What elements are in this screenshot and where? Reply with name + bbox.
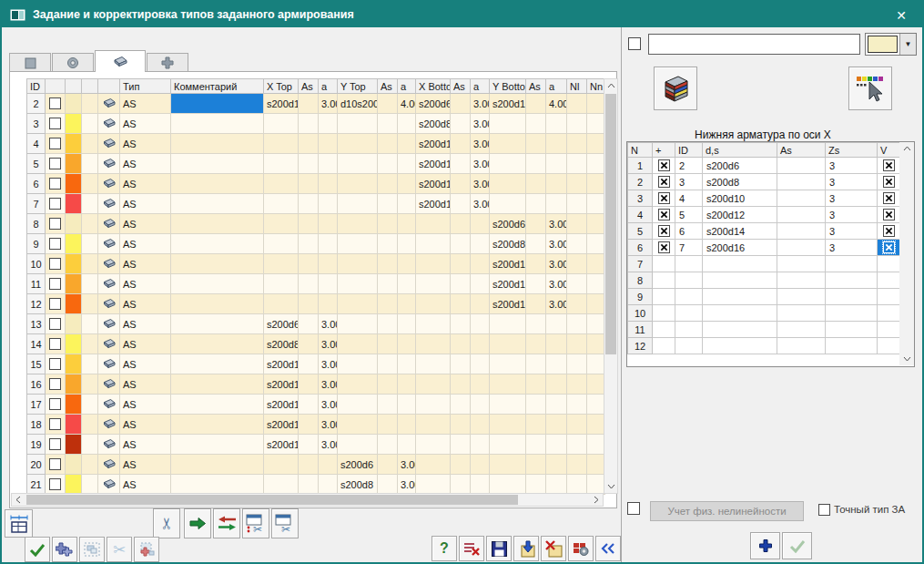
collapse-button[interactable] (595, 536, 621, 561)
row-type-cell[interactable]: AS (120, 475, 171, 495)
as-cell[interactable] (777, 272, 826, 289)
row-type-cell[interactable]: AS (120, 374, 171, 395)
nn-cell[interactable] (587, 134, 605, 154)
comment-cell[interactable] (171, 395, 264, 415)
nl-cell[interactable] (567, 314, 587, 334)
row-type-cell[interactable]: AS (120, 334, 171, 354)
comment-cell[interactable] (171, 334, 264, 354)
row-select-cell[interactable] (46, 374, 66, 395)
x-bottom-cell[interactable] (416, 374, 451, 395)
nn-cell[interactable] (587, 94, 605, 114)
x-bottom-a-cell[interactable] (471, 395, 490, 415)
x-bottom-cell[interactable]: s200d14 (416, 174, 451, 194)
scroll-up-icon[interactable] (604, 79, 617, 92)
y-bottom-as-cell[interactable] (526, 154, 546, 174)
y-bottom-cell[interactable] (490, 174, 526, 194)
checkbox-checked[interactable] (883, 159, 895, 171)
y-top-a-cell[interactable] (398, 274, 416, 294)
x-top-cell[interactable] (264, 254, 299, 274)
zs-cell[interactable] (826, 338, 878, 354)
y-bottom-cell[interactable] (490, 455, 526, 475)
comment-cell[interactable] (171, 194, 264, 214)
row-select-cell[interactable] (46, 314, 66, 334)
comment-cell[interactable] (171, 455, 264, 475)
x-top-as-cell[interactable] (299, 234, 319, 254)
nl-cell[interactable] (567, 435, 587, 455)
y-top-cell[interactable] (338, 194, 378, 214)
checkbox[interactable] (49, 218, 61, 230)
y-top-as-cell[interactable] (378, 374, 398, 395)
y-top-a-cell[interactable] (398, 174, 416, 194)
x-top-cell[interactable]: s200d12 (264, 374, 299, 395)
comment-cell[interactable] (171, 294, 264, 314)
checkbox[interactable] (49, 418, 61, 430)
nn-cell[interactable] (587, 415, 605, 435)
plus-checkbox-cell[interactable] (653, 338, 675, 354)
ds-cell[interactable] (703, 338, 777, 354)
y-top-a-cell[interactable] (398, 354, 416, 374)
as-cell[interactable] (777, 338, 826, 354)
nl-cell[interactable] (567, 294, 587, 314)
row-type-cell[interactable]: AS (120, 114, 171, 134)
row-type-cell[interactable]: AS (120, 194, 171, 214)
y-top-a-cell[interactable] (398, 374, 416, 395)
nl-cell[interactable] (567, 274, 587, 294)
nl-cell[interactable] (567, 114, 587, 134)
y-bottom-a-cell[interactable] (546, 475, 567, 495)
nl-cell[interactable] (567, 475, 587, 495)
x-top-a-cell[interactable]: 3.00 (319, 415, 338, 435)
y-top-a-cell[interactable] (398, 314, 416, 334)
nl-cell[interactable] (567, 234, 587, 254)
ds-cell[interactable]: s200d16 (703, 240, 777, 256)
x-bottom-as-cell[interactable] (451, 154, 471, 174)
x-top-cell[interactable] (264, 294, 299, 314)
y-top-as-cell[interactable] (378, 214, 398, 234)
row-select-cell[interactable] (46, 395, 66, 415)
checkbox-checked[interactable] (883, 192, 895, 204)
x-top-as-cell[interactable] (299, 374, 319, 395)
scroll-down-icon[interactable] (899, 353, 914, 365)
row-select-cell[interactable] (46, 194, 66, 214)
y-top-cell[interactable] (338, 214, 378, 234)
column-header[interactable]: Y Top (338, 79, 378, 94)
v-checkbox-cell[interactable] (878, 322, 900, 338)
row-select-cell[interactable] (46, 154, 66, 174)
x-bottom-cell[interactable] (416, 314, 451, 334)
x-bottom-cell[interactable] (416, 254, 451, 274)
x-bottom-cell[interactable] (416, 395, 451, 415)
id-cell[interactable] (675, 305, 703, 322)
row-type-cell[interactable]: AS (120, 415, 171, 435)
column-header[interactable]: d,s (703, 143, 777, 158)
y-top-cell[interactable] (338, 294, 378, 314)
x-bottom-cell[interactable]: s200d16 (416, 194, 451, 214)
x-top-as-cell[interactable] (299, 194, 319, 214)
x-bottom-as-cell[interactable] (451, 455, 471, 475)
column-header[interactable]: As (526, 79, 546, 94)
y-bottom-cell[interactable]: s200d6 (490, 214, 526, 234)
x-bottom-a-cell[interactable] (471, 314, 490, 334)
reinforcement-layers-button[interactable] (654, 67, 697, 110)
x-bottom-a-cell[interactable]: 3.00 (471, 194, 490, 214)
name-input[interactable] (648, 34, 860, 55)
y-top-cell[interactable]: s200d8 (338, 475, 378, 495)
move-right-button[interactable] (184, 508, 211, 538)
y-bottom-as-cell[interactable] (526, 475, 546, 495)
x-top-cell[interactable] (264, 134, 299, 154)
y-top-cell[interactable] (338, 114, 378, 134)
plus-checkbox-cell[interactable] (653, 305, 675, 322)
row-select-cell[interactable] (46, 214, 66, 234)
y-top-cell[interactable] (338, 254, 378, 274)
y-top-as-cell[interactable] (378, 194, 398, 214)
x-top-cell[interactable]: s200d14 (264, 395, 299, 415)
nn-cell[interactable] (587, 174, 605, 194)
x-bottom-as-cell[interactable] (451, 94, 471, 114)
y-top-cell[interactable] (338, 314, 378, 334)
x-bottom-a-cell[interactable] (471, 415, 490, 435)
id-cell[interactable] (675, 272, 703, 289)
y-bottom-a-cell[interactable] (546, 154, 567, 174)
row-type-cell[interactable]: AS (120, 395, 171, 415)
column-header[interactable]: Zs (826, 143, 878, 158)
column-header[interactable] (82, 79, 98, 94)
x-top-a-cell[interactable]: 3.00 (319, 94, 338, 114)
y-top-as-cell[interactable] (378, 154, 398, 174)
